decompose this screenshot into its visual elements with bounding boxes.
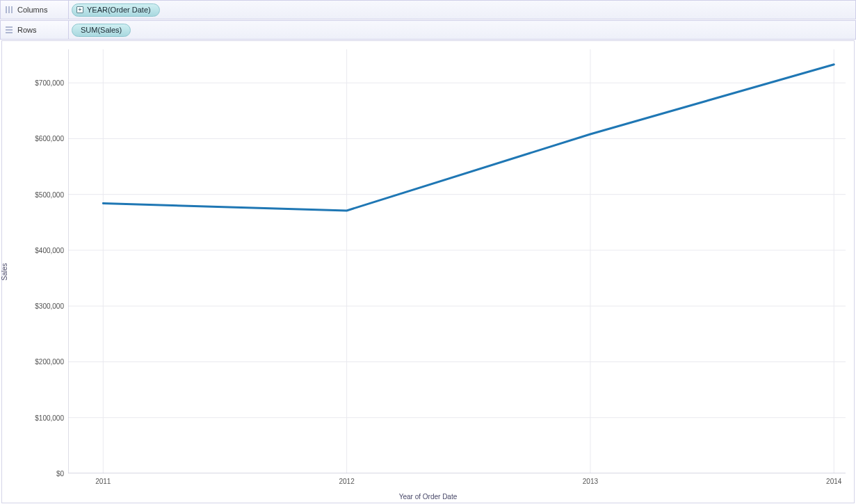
x-axis-title: Year of Order Date (2, 493, 854, 501)
x-tick-label: 2013 (583, 473, 598, 485)
y-tick-label: $300,000 (35, 302, 68, 310)
vertical-gridlines (103, 49, 834, 473)
horizontal-gridlines (68, 83, 846, 473)
line-series (103, 65, 834, 211)
y-tick-label: $500,000 (35, 190, 68, 198)
chart-svg (68, 49, 846, 473)
chart-viewport: Sales Year of Order Date $0$100,000$200,… (1, 40, 855, 503)
y-tick-label: $0 (56, 470, 68, 478)
columns-shelf[interactable]: Columns + YEAR(Order Date) (0, 0, 856, 19)
columns-label-text: Columns (17, 6, 47, 14)
rows-pill-sum-sales[interactable]: SUM(Sales) (72, 24, 131, 37)
rows-shelf-label: Rows (1, 21, 69, 39)
columns-shelf-label: Columns (1, 1, 69, 19)
y-tick-label: $400,000 (35, 246, 68, 254)
columns-pill-year-orderdate[interactable]: + YEAR(Order Date) (72, 3, 160, 17)
rows-label-text: Rows (17, 26, 37, 34)
x-tick-label: 2014 (826, 473, 841, 485)
rows-shelf-track[interactable]: SUM(Sales) (69, 21, 855, 39)
x-tick-label: 2012 (339, 473, 354, 485)
columns-shelf-track[interactable]: + YEAR(Order Date) (69, 1, 855, 19)
rows-shelf[interactable]: Rows SUM(Sales) (0, 20, 856, 40)
x-tick-label: 2011 (95, 473, 111, 485)
y-axis-title: Sales (1, 263, 8, 280)
y-tick-label: $200,000 (35, 358, 68, 366)
y-tick-label: $700,000 (35, 79, 68, 87)
shelves: Columns + YEAR(Order Date) Rows SUM(Sale… (0, 0, 856, 40)
expand-icon[interactable]: + (76, 6, 83, 13)
rows-pill-label: SUM(Sales) (81, 26, 122, 34)
columns-pill-label: YEAR(Order Date) (87, 6, 151, 14)
y-tick-label: $100,000 (35, 414, 68, 421)
axis-lines (68, 49, 846, 473)
y-tick-label: $600,000 (35, 135, 68, 143)
rows-icon (5, 26, 13, 34)
plot-area[interactable]: $0$100,000$200,000$300,000$400,000$500,0… (68, 49, 846, 473)
columns-icon (5, 6, 13, 14)
